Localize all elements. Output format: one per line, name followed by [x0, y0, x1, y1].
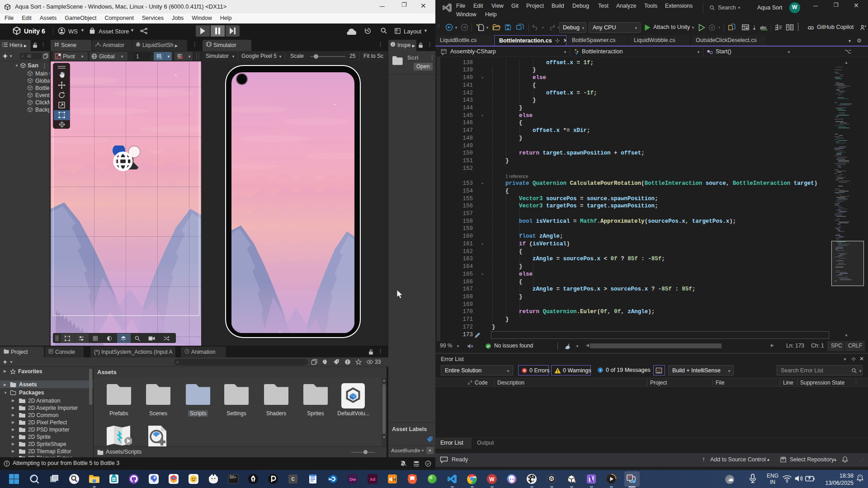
svg-text:W: W: [489, 476, 495, 483]
svg-text:z: z: [859, 475, 861, 478]
svg-text:Xd: Xd: [370, 477, 375, 482]
svg-text:C: C: [291, 477, 294, 482]
svg-text:Dw: Dw: [349, 477, 356, 482]
svg-text:Y: Y: [160, 56, 162, 60]
svg-text:DX>: DX>: [230, 475, 236, 479]
svg-text:6: 6: [574, 480, 576, 483]
svg-text:i: i: [392, 42, 393, 47]
svg-text:abc: abc: [760, 25, 767, 30]
